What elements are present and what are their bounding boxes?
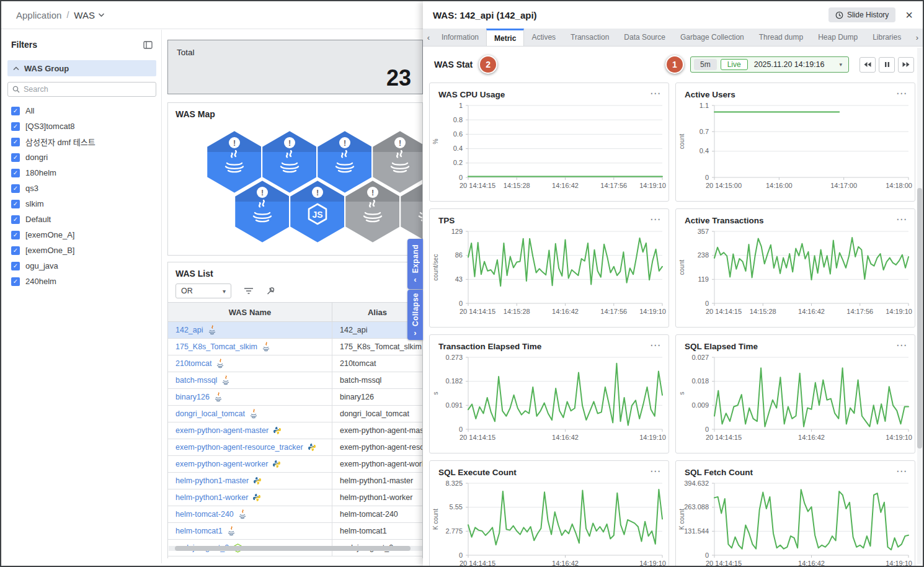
filter-item[interactable]: ✓삼성전자 dmf 테스트 [7,134,156,150]
table-row[interactable]: exem-python-agent-resource_trackerexem-p… [168,439,422,456]
filter-item[interactable]: ✓180helm [7,165,156,181]
checkbox-checked-icon[interactable]: ✓ [11,122,20,131]
more-menu-icon[interactable]: ⋯ [650,213,661,226]
table-row[interactable]: exem-python-agent-workerexem-python-agen… [168,456,422,473]
more-menu-icon[interactable]: ⋯ [650,87,661,100]
was-group-accordion[interactable]: WAS Group [7,60,156,76]
checkbox-checked-icon[interactable]: ✓ [11,200,20,208]
tab-garbage-collection[interactable]: Garbage Collection [673,29,752,46]
checkbox-checked-icon[interactable]: ✓ [11,231,20,239]
filter-item[interactable]: ✓[QS3]tomcat8 [7,118,156,134]
scrollbar-thumb[interactable] [175,546,411,551]
tab-heap-dump[interactable]: Heap Dump [811,29,865,46]
search-input[interactable] [24,85,151,94]
pause-button[interactable] [879,57,895,73]
tabs-scroll-right-icon[interactable]: › [912,29,923,46]
checkbox-checked-icon[interactable]: ✓ [11,153,20,162]
checkbox-checked-icon[interactable]: ✓ [11,262,20,270]
table-row[interactable]: 175_K8s_Tomcat_slkim175_K8s_Tomcat_slkim [168,339,422,355]
more-menu-icon[interactable]: ⋯ [896,87,907,100]
was-name-link[interactable]: binary126 [175,393,210,401]
tabs-scroll-left-icon[interactable]: ‹ [423,29,434,46]
chevron-down-icon[interactable]: ▾ [839,61,842,68]
was-hexagon-java[interactable]: ! [234,179,291,246]
filter-item[interactable]: ✓ogu_java [7,258,156,274]
scrollbar-thumb[interactable] [917,188,922,449]
filter-item[interactable]: ✓dongri [7,150,156,165]
datetime-value[interactable]: 2025.11.20 14:19:16 [752,60,827,69]
breadcrumb-section[interactable]: Application [16,10,61,20]
filter-item[interactable]: ✓240helm [7,274,156,289]
pin-icon[interactable] [266,287,275,296]
more-menu-icon[interactable]: ⋯ [650,339,661,352]
filter-item[interactable]: ✓Default [7,212,156,227]
filter-item[interactable]: ✓slkim [7,196,156,212]
table-row[interactable]: 142_api142_api [168,322,422,339]
filter-item[interactable]: ✓qs3 [7,181,156,196]
was-name-link[interactable]: 175_K8s_Tomcat_slkim [175,342,257,351]
tab-data-source[interactable]: Data Source [616,29,673,46]
tab-metric[interactable]: Metric [486,29,524,46]
collapse-button[interactable]: Collapse› [407,290,423,340]
was-name-link[interactable]: dongri_local_tomcat [175,409,245,418]
was-name-link[interactable]: 210tomcat [175,359,211,368]
step-forward-button[interactable] [898,57,914,73]
tab-thread-dump[interactable]: Thread dump [752,29,811,46]
filter-icon[interactable] [244,287,254,295]
slide-history-button[interactable]: Slide History [828,7,895,22]
tab-libraries[interactable]: Libraries [865,29,908,46]
checkbox-checked-icon[interactable]: ✓ [11,138,20,146]
range-5m-button[interactable]: 5m [694,59,717,70]
was-name-link[interactable]: helm-python1-worker [175,493,248,502]
table-row[interactable]: batch-mssqlbatch-mssql [168,372,422,389]
vertical-scrollbar[interactable] [917,48,922,564]
table-row[interactable]: 210tomcat210tomcat [168,355,422,372]
live-button[interactable]: Live [721,59,748,70]
was-name-link[interactable]: helm-tomcat1 [175,527,223,535]
checkbox-checked-icon[interactable]: ✓ [11,215,20,224]
was-hexagon-nodejs[interactable]: !JS [289,179,346,246]
tab-actives[interactable]: Actives [524,29,563,46]
was-name-link[interactable]: batch-mssql [175,376,217,385]
was-name-link[interactable]: exem-python-agent-worker [175,460,268,468]
more-menu-icon[interactable]: ⋯ [896,339,907,352]
close-icon[interactable]: × [905,9,913,21]
table-row[interactable]: helm-tomcat1helm-tomcat1 [168,523,422,540]
was-name-link[interactable]: exem-python-agent-master [175,426,269,435]
more-menu-icon[interactable]: ⋯ [896,213,907,226]
table-row[interactable]: helm-tomcat-240helm-tomcat-240 [168,506,422,523]
tab-information[interactable]: Information [434,29,486,46]
breadcrumb-current[interactable]: WAS [74,10,95,20]
chevron-down-icon[interactable] [98,12,105,17]
column-header-was-name[interactable]: WAS Name [168,303,332,321]
more-menu-icon[interactable]: ⋯ [896,465,907,478]
expand-button[interactable]: Expand‹ [407,239,423,289]
table-row[interactable]: helm-python1-masterhelm-python1-master [168,473,422,489]
was-name-link[interactable]: 142_api [175,326,203,334]
checkbox-checked-icon[interactable]: ✓ [11,246,20,255]
filter-item[interactable]: ✓[exemOne_A] [7,227,156,243]
filter-item[interactable]: ✓All [7,103,156,118]
checkbox-checked-icon[interactable]: ✓ [11,184,20,193]
checkbox-checked-icon[interactable]: ✓ [11,107,20,115]
was-hexagon-java[interactable]: ! [399,179,423,246]
panel-collapse-icon[interactable] [142,40,154,50]
table-row[interactable]: exem-python-agent-masterexem-python-agen… [168,422,422,439]
table-row[interactable]: binary126binary126 [168,389,422,406]
java-icon [262,342,270,352]
more-menu-icon[interactable]: ⋯ [650,465,661,478]
horizontal-scrollbar[interactable] [169,546,423,551]
checkbox-checked-icon[interactable]: ✓ [11,169,20,177]
was-hexagon-java[interactable]: ! [344,179,401,246]
table-row[interactable]: dongri_local_tomcatdongri_local_tomcat [168,406,422,422]
total-card[interactable]: Total 23 [167,40,423,94]
operator-select[interactable]: OR ▾ [175,284,231,298]
step-backward-button[interactable] [860,57,876,73]
was-name-link[interactable]: helm-python1-master [175,476,249,485]
was-name-link[interactable]: exem-python-agent-resource_tracker [175,443,303,452]
table-row[interactable]: helm-python1-workerhelm-python1-worker [168,489,422,506]
was-name-link[interactable]: helm-tomcat-240 [175,510,234,519]
tab-transaction[interactable]: Transaction [563,29,616,46]
filter-item[interactable]: ✓[exemOne_B] [7,243,156,258]
checkbox-checked-icon[interactable]: ✓ [11,277,20,286]
